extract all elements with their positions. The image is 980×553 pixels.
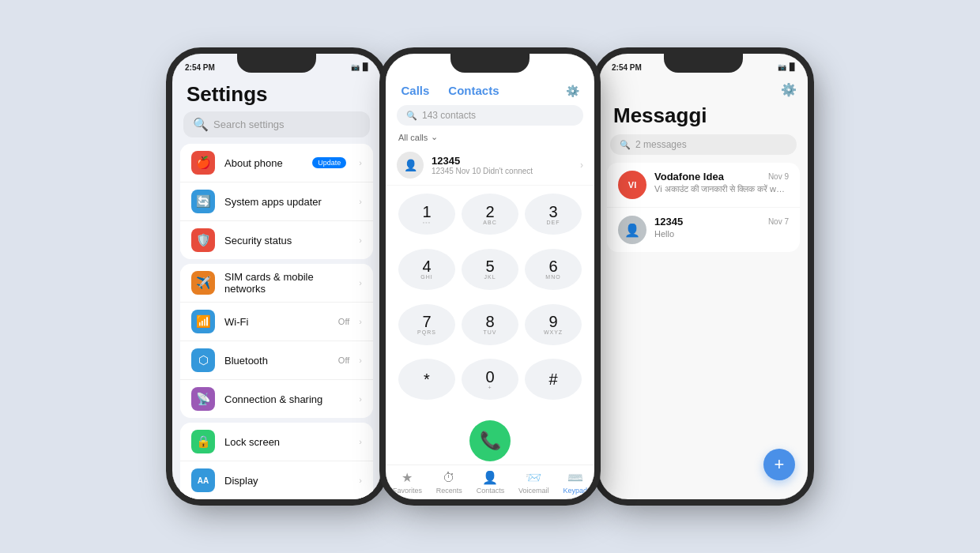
status-time-1: 2:54 PM [185,63,215,72]
dialer-screen: Calls Contacts ⚙️ 🔍 143 contacts All cal… [386,54,594,499]
contacts-icon: 👤 [482,470,498,485]
nav-favorites-label: Favorites [393,487,422,495]
display-icon: AA [191,468,215,492]
12345-name-row: 12345 Nov 7 [654,216,789,228]
key-5[interactable]: 5 JKL [462,249,518,290]
settings-title: Settings [172,76,381,111]
key-star[interactable]: * [398,359,455,400]
key-4[interactable]: 4 GHI [398,249,455,290]
nav-keypad[interactable]: ⌨️ Keypad [563,470,587,495]
nav-voicemail[interactable]: 📨 Voicemail [518,470,549,495]
key-1[interactable]: 1 ◦◦◦ [398,194,455,235]
recent-call-item[interactable]: 👤 12345 12345 Nov 10 Didn't connect › [386,145,594,186]
lockscreen-chevron: › [359,437,362,446]
settings-item-system[interactable]: 🔄 System apps updater › [180,182,373,221]
12345-time: Nov 7 [768,217,789,226]
dialer-tabs: Calls Contacts ⚙️ [386,76,594,102]
nav-contacts[interactable]: 👤 Contacts [477,470,505,495]
about-label: About phone [224,157,303,169]
vodafone-preview: Vi अकाउंट की जानकारी से क्लिक करें wa.me… [654,184,789,194]
settings-search-bar[interactable]: 🔍 Search settings [183,111,370,137]
keypad-icon: ⌨️ [567,470,583,485]
compose-fab[interactable]: + [763,449,795,480]
key-2[interactable]: 2 ABC [462,194,518,235]
vodafone-sender: Vodafone Idea [654,171,724,182]
messages-search-bar[interactable]: 🔍 2 messages [610,134,797,155]
battery-icon: ▉ [363,63,368,71]
keypad-grid: 1 ◦◦◦ 2 ABC 3 DEF 4 GHI 5 JKL [386,186,594,416]
key-0[interactable]: 0 + [462,359,518,400]
call-info: 12345 12345 Nov 10 Didn't connect [432,155,572,175]
settings-item-security[interactable]: 🛡️ Security status › [180,221,373,259]
call-filter-label: All calls [398,133,428,142]
settings-section-3: 🔒 Lock screen › AA Display › 🔊 Sound & v… [180,423,373,499]
key-6[interactable]: 6 MNO [525,249,582,290]
12345-preview: Hello [654,229,789,239]
messages-search-icon: 🔍 [620,140,631,150]
tab-contacts[interactable]: Contacts [448,82,499,99]
dialer-settings-icon[interactable]: ⚙️ [566,85,579,97]
status-time-3: 2:54 PM [612,63,642,72]
phone3: 2:54 PM 📷 ▉ ⚙️ Messaggi 🔍 2 messages [593,47,814,506]
settings-screen: 2:54 PM 📷 ▉ Settings 🔍 Search settings 🍎… [172,54,381,499]
system-chevron: › [359,197,362,206]
bluetooth-icon: ⬡ [191,348,215,372]
vodafone-avatar: VI [618,171,646,199]
vodafone-time: Nov 9 [768,172,789,181]
update-badge: Update [312,157,346,168]
lockscreen-label: Lock screen [224,436,349,448]
camera-icon: 📷 [351,63,360,71]
settings-item-bluetooth[interactable]: ⬡ Bluetooth Off › [180,341,373,380]
wifi-icon: 📶 [191,310,215,333]
messages-search-placeholder: 2 messages [635,139,687,150]
12345-sender: 12345 [654,216,683,228]
settings-item-wifi[interactable]: 📶 Wi-Fi Off › [180,303,373,341]
nav-favorites[interactable]: ★ Favorites [393,470,422,495]
key-hash[interactable]: # [525,359,582,400]
dialer-search-bar[interactable]: 🔍 143 contacts [397,105,583,126]
about-icon: 🍎 [191,151,215,175]
call-filter[interactable]: All calls ⌄ [386,129,594,145]
12345-avatar: 👤 [618,216,646,244]
vodafone-content: Vodafone Idea Nov 9 Vi अकाउंट की जानकारी… [654,171,789,194]
phone1-wrapper: 2:54 PM 📷 ▉ Settings 🔍 Search settings 🍎… [166,47,387,506]
settings-item-sharing[interactable]: 📡 Connection & sharing › [180,380,373,418]
voicemail-icon: 📨 [526,470,541,485]
lockscreen-icon: 🔒 [191,430,215,453]
nav-recents-label: Recents [436,487,462,495]
tab-calls[interactable]: Calls [401,82,429,99]
message-item-12345[interactable]: 👤 12345 Nov 7 Hello [607,208,800,252]
bottom-nav: ★ Favorites ⏱ Recents 👤 Contacts 📨 Voice… [386,465,594,499]
status-icons-1: 📷 ▉ [351,63,368,71]
settings-item-lockscreen[interactable]: 🔒 Lock screen › [180,423,373,461]
messages-gear-icon[interactable]: ⚙️ [781,82,797,97]
sim-icon: ✈️ [191,271,215,295]
wifi-value: Off [338,317,349,326]
call-detail: 12345 Nov 10 Didn't connect [432,167,572,175]
sim-chevron: › [359,278,362,288]
bluetooth-chevron: › [359,356,362,365]
settings-item-display[interactable]: AA Display › [180,461,373,499]
security-icon: 🛡️ [191,228,215,252]
messages-title: Messaggi [599,100,808,134]
sharing-icon: 📡 [191,387,215,411]
security-label: Security status [224,235,349,246]
phone2-wrapper: Calls Contacts ⚙️ 🔍 143 contacts All cal… [379,47,601,506]
dialer-search-icon: 🔍 [406,111,417,121]
key-9[interactable]: 9 WXYZ [525,304,582,345]
messages-screen: 2:54 PM 📷 ▉ ⚙️ Messaggi 🔍 2 messages [599,54,808,499]
sharing-chevron: › [359,394,362,404]
settings-item-about[interactable]: 🍎 About phone Update › [180,144,373,182]
call-button[interactable]: 📞 [469,420,511,461]
compose-icon: + [775,454,785,475]
message-item-vodafone[interactable]: VI Vodafone Idea Nov 9 Vi अकाउंट की जानक… [607,163,800,208]
bluetooth-label: Bluetooth [224,355,329,367]
key-8[interactable]: 8 TUV [462,304,518,345]
key-7[interactable]: 7 PQRS [398,304,455,345]
call-number: 12345 [432,155,572,167]
settings-item-sim[interactable]: ✈️ SIM cards & mobile networks › [180,264,373,303]
nav-recents[interactable]: ⏱ Recents [436,471,462,495]
messages-list: VI Vodafone Idea Nov 9 Vi अकाउंट की जानक… [607,163,800,252]
display-label: Display [224,475,349,487]
key-3[interactable]: 3 DEF [525,194,582,235]
